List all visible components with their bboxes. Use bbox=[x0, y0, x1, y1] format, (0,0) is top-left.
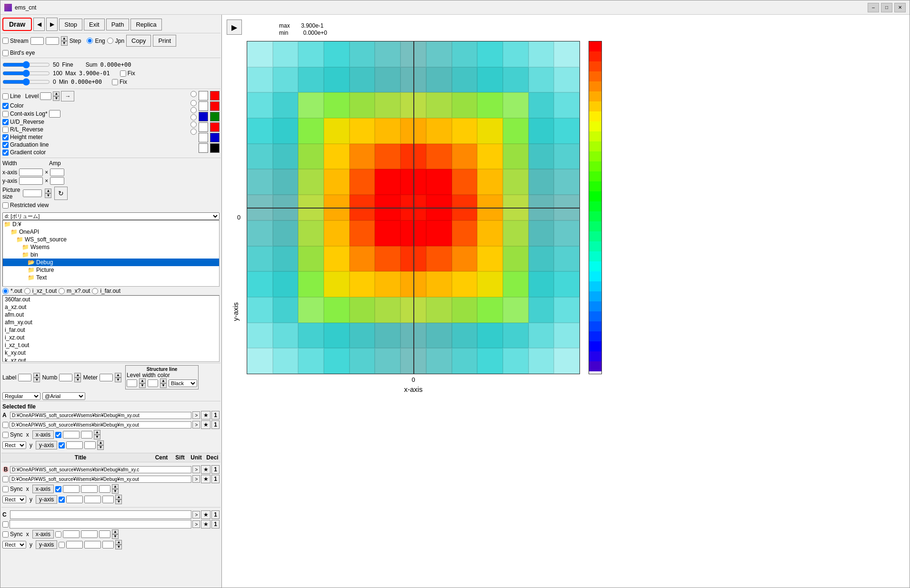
file-a-check2[interactable] bbox=[2, 422, 9, 428]
sbx-down[interactable]: ▼ bbox=[112, 489, 119, 494]
file-c-check2[interactable] bbox=[2, 521, 9, 528]
ray-up[interactable]: ▲ bbox=[97, 440, 104, 445]
close-button[interactable]: ✕ bbox=[894, 3, 906, 12]
fix-max-checkbox[interactable] bbox=[120, 70, 126, 77]
meter-value[interactable]: 13 bbox=[100, 374, 113, 381]
rect-b-select[interactable]: Rect bbox=[2, 496, 26, 503]
sync-c-xcheck[interactable] bbox=[55, 531, 61, 538]
sl-up[interactable]: ▲ bbox=[139, 379, 146, 383]
color-box-red1[interactable] bbox=[210, 91, 220, 100]
rby-up[interactable]: ▲ bbox=[115, 495, 122, 499]
file-item-ixz[interactable]: i_xz.out bbox=[3, 334, 219, 341]
struct-level-val[interactable]: 2 bbox=[127, 379, 137, 387]
file-c-arrow1[interactable]: > bbox=[192, 511, 200, 518]
sync-a-xcount[interactable]: 1 bbox=[81, 431, 92, 439]
tree-item-d[interactable]: 📁 D:¥ bbox=[3, 220, 219, 228]
file-b-check2[interactable] bbox=[2, 476, 9, 482]
next-button[interactable]: ▶ bbox=[46, 18, 58, 31]
sw-up[interactable]: ▲ bbox=[160, 379, 167, 383]
max-slider[interactable] bbox=[2, 70, 50, 77]
fix-min-checkbox[interactable] bbox=[112, 79, 118, 85]
rect-b-ycheck[interactable] bbox=[59, 497, 65, 503]
color-box-white1[interactable] bbox=[199, 91, 208, 100]
scx-up[interactable]: ▲ bbox=[112, 529, 119, 534]
tree-item-wsems[interactable]: 📁 Wsems bbox=[3, 243, 219, 251]
sax-down[interactable]: ▼ bbox=[94, 435, 100, 439]
sync-b-xval[interactable]: 0.0 bbox=[63, 485, 80, 493]
pic-up[interactable]: ▲ bbox=[45, 189, 51, 193]
rect-a-ycheck[interactable] bbox=[59, 442, 65, 448]
picture-size-input[interactable]: 100 bbox=[23, 189, 42, 197]
file-b-star1[interactable]: ★ bbox=[201, 465, 210, 474]
file-item-axz[interactable]: a_xz.out bbox=[3, 303, 219, 311]
tree-item-ws[interactable]: 📁 WS_soft_source bbox=[3, 236, 219, 243]
y-amp-input[interactable]: 1.0 bbox=[50, 177, 64, 185]
meter-down[interactable]: ▼ bbox=[115, 378, 121, 382]
rect-a-yval[interactable]: 0.0 bbox=[66, 441, 83, 449]
x-scale-input[interactable]: 0.9800 bbox=[19, 169, 43, 176]
sw-down[interactable]: ▼ bbox=[160, 383, 167, 388]
y-scale-input[interactable]: 0.9800 bbox=[19, 177, 43, 185]
color-box-white5[interactable] bbox=[199, 143, 208, 153]
color-box-white4[interactable] bbox=[199, 133, 208, 142]
file-a-star2[interactable]: ★ bbox=[201, 420, 210, 429]
tree-item-debug[interactable]: 📂 Debug bbox=[3, 259, 219, 266]
color-radio-1[interactable] bbox=[190, 91, 197, 97]
refresh-button[interactable]: ↻ bbox=[54, 187, 68, 200]
file-b-arrow2[interactable]: > bbox=[192, 475, 200, 483]
rect-c-ycount1[interactable]: 50.0 bbox=[84, 541, 101, 548]
restricted-checkbox[interactable] bbox=[2, 202, 9, 209]
level-up[interactable]: ▲ bbox=[53, 91, 60, 96]
numb-value[interactable]: 13 bbox=[59, 374, 72, 381]
meter-up[interactable]: ▲ bbox=[115, 373, 121, 378]
label-up[interactable]: ▲ bbox=[33, 373, 40, 378]
line-checkbox[interactable] bbox=[2, 93, 9, 100]
tree-item-oneapi[interactable]: 📁 OneAPI bbox=[3, 228, 219, 236]
sync-c-xcount2[interactable]: 0 bbox=[99, 530, 110, 538]
step-up[interactable]: ▲ bbox=[61, 36, 68, 41]
rect-b-yval[interactable]: 0.0 bbox=[66, 496, 83, 503]
step-down[interactable]: ▼ bbox=[61, 41, 68, 46]
replica-button[interactable]: Replica bbox=[130, 19, 161, 30]
file-a-arrow1[interactable]: > bbox=[192, 411, 200, 419]
ifar-radio[interactable] bbox=[92, 288, 98, 294]
color-box-red3[interactable] bbox=[210, 122, 220, 132]
sync-a-xval[interactable]: 0.0 bbox=[63, 431, 80, 439]
numb-up[interactable]: ▲ bbox=[74, 373, 81, 378]
prev-button[interactable]: ◀ bbox=[33, 18, 45, 31]
level-down[interactable]: ▼ bbox=[53, 96, 60, 101]
minimize-button[interactable]: – bbox=[868, 3, 879, 12]
grad-color-checkbox[interactable] bbox=[2, 149, 9, 156]
mx-radio[interactable] bbox=[59, 288, 65, 294]
cont-axis-value[interactable]: 1 bbox=[49, 110, 60, 118]
sync-b-xcount2[interactable]: 0 bbox=[99, 485, 110, 493]
sync-c-xcount1[interactable]: 50.0 bbox=[81, 530, 98, 538]
label-down[interactable]: ▼ bbox=[33, 378, 40, 382]
font-name-select[interactable]: @Arial bbox=[42, 392, 85, 400]
color-box-red2[interactable] bbox=[210, 101, 220, 111]
rect-b-ycount1[interactable]: 50.0 bbox=[84, 496, 101, 503]
volume-dropdown[interactable]: d: [ボリューム] bbox=[2, 212, 220, 220]
stream-checkbox[interactable] bbox=[2, 38, 9, 44]
rl-checkbox[interactable] bbox=[2, 127, 9, 133]
sbx-up[interactable]: ▲ bbox=[112, 484, 119, 489]
sync-a-check[interactable] bbox=[2, 432, 9, 438]
level-value[interactable]: 7 bbox=[40, 92, 51, 100]
fine-slider[interactable] bbox=[2, 61, 50, 69]
file-c-arrow2[interactable]: > bbox=[192, 520, 200, 528]
rect-c-select[interactable]: Rect bbox=[2, 541, 26, 548]
sync-c-check[interactable] bbox=[2, 531, 9, 538]
struct-width-val[interactable]: 2 bbox=[148, 379, 158, 387]
file-item-afmxy[interactable]: afm_xy.out bbox=[3, 319, 219, 326]
sax-up[interactable]: ▲ bbox=[94, 430, 100, 435]
exit-button[interactable]: Exit bbox=[84, 19, 105, 30]
min-slider[interactable] bbox=[2, 78, 50, 86]
color-radio-6[interactable] bbox=[190, 129, 197, 135]
struct-color-select[interactable]: Black bbox=[169, 379, 197, 387]
print-button[interactable]: Print bbox=[153, 35, 176, 47]
pic-down[interactable]: ▼ bbox=[45, 193, 51, 198]
ray-down[interactable]: ▼ bbox=[97, 445, 104, 450]
color-radio-2[interactable] bbox=[190, 100, 197, 106]
file-item-kxz[interactable]: k_xz.out bbox=[3, 357, 219, 362]
height-checkbox[interactable] bbox=[2, 134, 9, 140]
